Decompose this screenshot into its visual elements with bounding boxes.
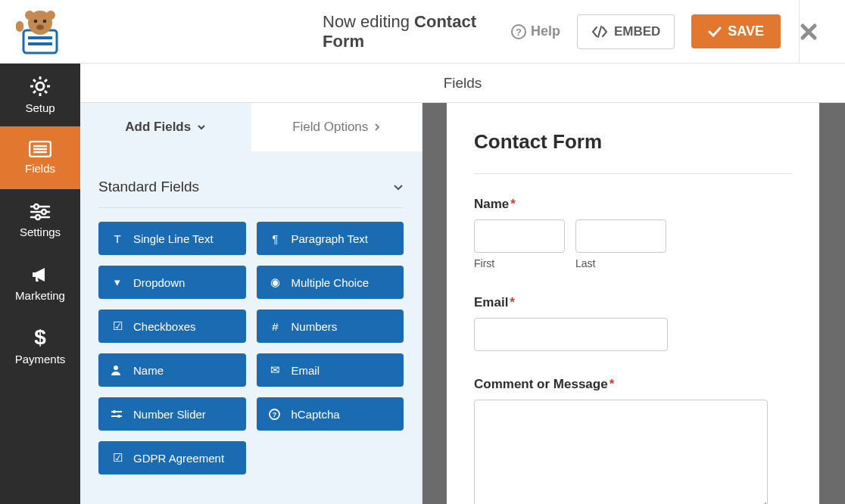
sidebar-item-setup[interactable]: Setup [0,64,80,126]
wpforms-logo-icon [13,8,67,56]
now-editing-label: Now editing Contact Form [80,12,494,51]
svg-line-18 [45,91,47,93]
svg-rect-1 [28,36,52,39]
svg-rect-9 [16,21,23,32]
embed-button[interactable]: EMBED [577,14,675,49]
chevron-down-icon [197,124,206,130]
dot-circle-icon: ◉ [269,275,282,289]
field-checkboxes[interactable]: ☑Checkboxes [98,310,246,343]
top-bar: Now editing Contact Form ? Help EMBED SA… [0,0,845,64]
email-label: Email* [474,295,792,310]
sidebar-item-label: Fields [25,162,55,175]
check-square-icon: ☑ [111,451,124,465]
gutter [819,103,845,504]
field-dropdown[interactable]: ▾Dropdown [98,266,246,299]
text-icon: T [111,232,124,245]
field-gdpr-agreement[interactable]: ☑GDPR Agreement [98,441,246,474]
svg-point-30 [36,215,40,219]
field-multiple-choice[interactable]: ◉Multiple Choice [257,266,404,299]
divider [98,207,404,208]
sidebar: Setup Fields Settings Marketing $ Paymen… [0,64,80,504]
svg-point-4 [34,19,38,23]
dollar-icon: $ [33,327,47,348]
last-sublabel: Last [575,257,666,269]
divider [474,173,792,174]
save-button[interactable]: SAVE [691,14,781,48]
user-icon [111,365,124,375]
svg-point-7 [25,11,34,20]
sliders-icon [111,409,124,418]
field-numbers[interactable]: #Numbers [257,310,404,343]
close-icon [800,23,818,41]
form-preview: Contact Form Name* First Last [447,103,819,504]
svg-point-28 [34,204,39,209]
chevron-down-icon [393,184,404,191]
tab-field-options[interactable]: Field Options [251,103,422,151]
email-input[interactable] [474,318,668,351]
comment-label: Comment or Message* [474,377,792,392]
svg-point-12 [36,82,44,90]
svg-line-20 [33,91,36,93]
sidebar-item-label: Setup [25,101,55,114]
chevron-right-icon [374,123,380,132]
svg-point-35 [113,410,116,413]
bullhorn-icon [30,265,51,285]
check-square-icon: ☑ [111,319,124,333]
list-icon [29,141,51,157]
logo [0,8,80,56]
svg-point-32 [114,366,118,370]
svg-point-36 [117,415,120,418]
sidebar-item-payments[interactable]: $ Payments [0,315,80,378]
field-single-line-text[interactable]: TSingle Line Text [98,222,246,255]
svg-text:$: $ [34,327,46,348]
sliders-icon [30,203,51,221]
help-icon: ? [511,24,526,39]
check-icon [708,26,722,37]
svg-point-6 [36,24,44,30]
svg-text:?: ? [272,411,276,418]
field-paragraph-text[interactable]: ¶Paragraph Text [257,222,404,255]
envelope-icon: ✉ [269,363,282,377]
svg-point-29 [42,210,46,214]
svg-text:?: ? [516,26,522,38]
help-link[interactable]: ? Help [511,23,560,39]
sidebar-item-label: Payments [15,353,66,366]
sidebar-item-fields[interactable]: Fields [0,126,80,189]
caret-square-icon: ▾ [111,275,124,289]
field-hcaptcha[interactable]: ?hCaptcha [257,397,404,431]
form-title: Contact Form [474,130,792,154]
sidebar-item-marketing[interactable]: Marketing [0,252,80,315]
tab-add-fields[interactable]: Add Fields [80,103,251,151]
first-sublabel: First [474,257,565,269]
svg-point-8 [46,11,55,20]
fields-header: Fields [80,64,845,103]
sidebar-item-label: Settings [20,226,61,238]
field-number-slider[interactable]: Number Slider [98,397,246,431]
svg-line-17 [33,79,36,82]
paragraph-icon: ¶ [269,232,282,245]
svg-point-5 [43,19,47,23]
field-email[interactable]: ✉Email [257,353,404,387]
svg-line-19 [45,79,47,82]
question-circle-icon: ? [269,409,282,420]
close-button[interactable] [800,23,845,41]
comment-textarea[interactable] [474,400,768,504]
embed-icon [591,26,608,38]
sidebar-item-settings[interactable]: Settings [0,189,80,252]
field-name[interactable]: Name [98,353,246,387]
first-name-input[interactable] [474,219,565,253]
section-standard-fields[interactable]: Standard Fields [98,160,404,207]
svg-rect-2 [28,42,52,45]
sidebar-item-label: Marketing [15,289,65,302]
hashtag-icon: # [269,320,282,333]
gear-icon [30,76,51,97]
name-label: Name* [474,197,792,212]
fields-panel: Add Fields Field Options Standard Fields [80,103,422,504]
last-name-input[interactable] [575,219,666,253]
